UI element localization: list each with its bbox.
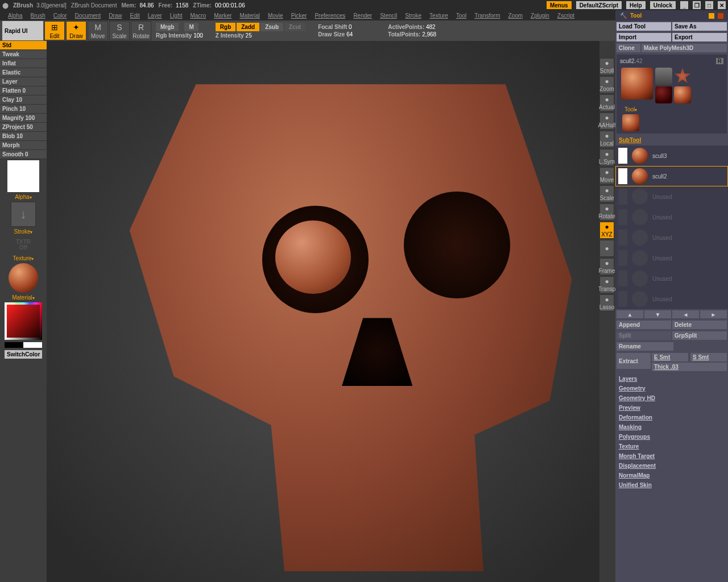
menu-stencil[interactable]: Stencil	[380, 13, 397, 19]
menu-zplugin[interactable]: Zplugin	[531, 13, 549, 19]
dock-tool[interactable]: ●	[599, 240, 614, 257]
save-as-button[interactable]: Save As	[672, 22, 727, 31]
visibility-toggle[interactable]	[618, 230, 627, 246]
material-slot[interactable]	[9, 263, 38, 293]
subtool-item[interactable]: Unused	[615, 289, 728, 309]
edit-mode-button[interactable]: ⊞Edit	[44, 21, 65, 40]
section-morph-target[interactable]: Morph Target	[619, 453, 725, 459]
dock-zoom[interactable]: ●Zoom	[599, 76, 614, 93]
panel-min-icon[interactable]	[709, 13, 714, 19]
menu-texture[interactable]: Texture	[429, 13, 448, 19]
section-layers[interactable]: Layers	[619, 376, 725, 382]
esmt-button[interactable]: E Smt	[652, 353, 688, 361]
menu-light[interactable]: Light	[170, 13, 183, 19]
dock-actual[interactable]: ●Actual	[599, 94, 614, 111]
menu-document[interactable]: Document	[75, 13, 101, 19]
visibility-toggle[interactable]	[618, 168, 627, 184]
section-polygroups[interactable]: Polygroups	[619, 434, 725, 440]
texture-slot[interactable]: TXTROff	[7, 236, 39, 253]
brush-zproject[interactable]: ZProject 50	[0, 123, 47, 132]
dock-scale[interactable]: ●Scale	[599, 185, 614, 202]
section-normalmap[interactable]: NormalMap	[619, 472, 725, 479]
dock-aahalf[interactable]: ●AAHalf	[599, 113, 614, 130]
subtool-item[interactable]: Unused	[615, 268, 728, 289]
zcut-button[interactable]: Zcut	[284, 23, 305, 31]
visibility-toggle[interactable]	[618, 250, 627, 266]
r-button[interactable]: R	[716, 58, 723, 64]
menu-brush[interactable]: Brush	[31, 13, 46, 19]
material-label[interactable]: Material	[0, 294, 47, 301]
zsub-button[interactable]: Zsub	[260, 23, 283, 31]
mrgb-button[interactable]: Mrgb	[156, 23, 179, 31]
section-unified-skin[interactable]: Unified Skin	[619, 482, 725, 488]
menu-draw[interactable]: Draw	[109, 13, 122, 19]
visibility-toggle[interactable]	[618, 209, 627, 225]
zadd-button[interactable]: Zadd	[237, 23, 259, 31]
restore-icon[interactable]: ❐	[693, 1, 701, 9]
menu-preferences[interactable]: Preferences	[315, 13, 345, 19]
menu-material[interactable]: Material	[239, 13, 260, 19]
menu-edit[interactable]: Edit	[130, 13, 140, 19]
section-preview[interactable]: Preview	[619, 405, 725, 411]
subtool-item[interactable]: Unused	[615, 207, 728, 227]
brush-pinch[interactable]: Pinch 10	[0, 105, 47, 114]
menu-zoom[interactable]: Zoom	[508, 13, 523, 19]
rgb-intensity-value[interactable]: 100	[193, 32, 203, 39]
brush-tweak[interactable]: Tweak	[0, 50, 47, 59]
bw-swatches[interactable]	[5, 342, 42, 348]
brush-layer[interactable]: Layer	[0, 77, 47, 86]
menu-color[interactable]: Color	[53, 13, 67, 19]
alpha-label[interactable]: Alpha	[0, 193, 47, 201]
move-mode-button[interactable]: MMove	[88, 21, 108, 40]
dock-frame[interactable]: ●Frame	[599, 258, 614, 275]
minimize-icon[interactable]: _	[680, 1, 688, 9]
subtool-item[interactable]: Unused	[615, 227, 728, 248]
menu-render[interactable]: Render	[353, 13, 372, 19]
subtool-item[interactable]: Unused	[615, 186, 728, 207]
dock-transp[interactable]: ●Transp	[599, 276, 614, 293]
default-zscript-button[interactable]: DefaultZScript	[576, 1, 622, 9]
visibility-toggle[interactable]	[618, 271, 627, 286]
maximize-icon[interactable]: □	[705, 1, 713, 9]
delete-button[interactable]: Delete	[672, 321, 727, 329]
dock-xyz[interactable]: ●XYZ	[599, 222, 614, 239]
menu-layer[interactable]: Layer	[148, 13, 162, 19]
dock-lasso[interactable]: ●Lasso	[599, 294, 614, 311]
section-texture[interactable]: Texture	[619, 443, 725, 450]
z-intensity-value[interactable]: 25	[246, 32, 252, 39]
visibility-toggle[interactable]	[618, 189, 627, 205]
section-geometry-hd[interactable]: Geometry HD	[619, 395, 725, 401]
subtool-item[interactable]: scull2	[615, 166, 728, 186]
menu-marker[interactable]: Marker	[214, 13, 231, 19]
menu-tool[interactable]: Tool	[456, 13, 466, 19]
tool-dropdown[interactable]: Tool	[619, 106, 725, 113]
brush-morph[interactable]: Morph	[0, 141, 47, 150]
draw-size-value[interactable]: 64	[346, 31, 353, 38]
close-icon[interactable]: ✕	[718, 1, 726, 9]
switch-color-button[interactable]: SwitchColor	[5, 350, 42, 359]
help-button[interactable]: Help	[626, 1, 646, 9]
grpsplit-button[interactable]: GrpSplit	[672, 331, 727, 340]
dock-local[interactable]: ●Local	[599, 131, 614, 148]
section-masking[interactable]: Masking	[619, 424, 725, 430]
load-tool-button[interactable]: Load Tool	[617, 22, 671, 31]
texture-label[interactable]: Texture	[0, 255, 47, 262]
viewport[interactable]	[47, 41, 599, 582]
rgb-button[interactable]: Rgb	[216, 23, 235, 31]
brush-clay[interactable]: Clay 10	[0, 95, 47, 105]
tool-thumb-main[interactable]	[621, 68, 653, 99]
color-picker[interactable]	[5, 302, 42, 340]
section-deformation[interactable]: Deformation	[619, 414, 725, 421]
dock-rotate[interactable]: ●Rotate	[599, 203, 614, 221]
brush-flatten[interactable]: Flatten 0	[0, 86, 47, 95]
thick-slider[interactable]: Thick .03	[652, 363, 727, 371]
draw-mode-button[interactable]: ✦Draw	[66, 21, 86, 40]
brush-blob[interactable]: Blob 10	[0, 132, 47, 141]
subtool-item[interactable]: scull3	[615, 146, 728, 166]
menu-alpha[interactable]: Alpha	[8, 13, 23, 19]
subtool-item[interactable]: Unused	[615, 248, 728, 268]
subtool-left-button[interactable]: ◄	[672, 310, 699, 318]
menu-picker[interactable]: Picker	[291, 13, 307, 19]
brush-smooth[interactable]: Smooth 0	[0, 150, 47, 159]
menu-movie[interactable]: Movie	[268, 13, 283, 19]
